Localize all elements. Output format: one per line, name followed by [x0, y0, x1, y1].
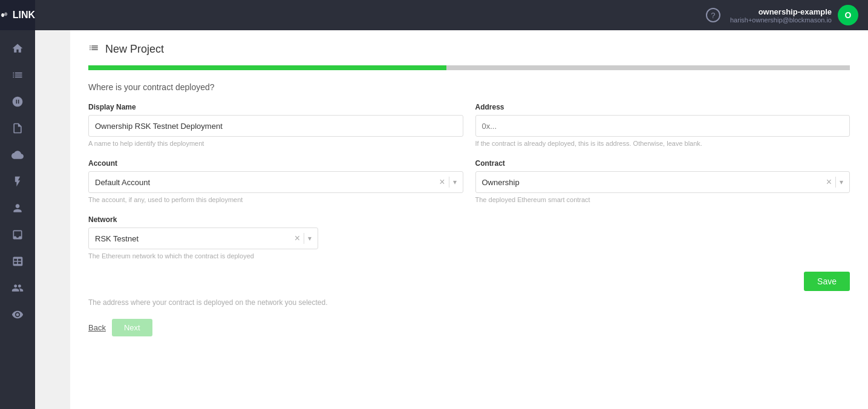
account-dropdown-icon[interactable]: ▾: [453, 178, 457, 186]
next-button[interactable]: Next: [112, 319, 152, 336]
progress-bar: [88, 65, 850, 70]
username: ownership-example: [730, 7, 832, 16]
address-group: Address If the contract is already deplo…: [475, 103, 850, 147]
avatar: O: [838, 5, 858, 25]
display-name-input[interactable]: [88, 115, 463, 137]
display-name-group: Display Name A name to help identify thi…: [88, 103, 463, 147]
sidebar-item-list[interactable]: [0, 62, 35, 88]
account-hint: The account, if any, used to perform thi…: [88, 196, 463, 203]
main-content: New Project Where is your contract deplo…: [70, 30, 868, 409]
contract-hint: The deployed Ethereum smart contract: [475, 196, 850, 203]
help-button[interactable]: ?: [706, 8, 720, 22]
sidebar-nav: [0, 30, 35, 409]
address-input[interactable]: [475, 115, 850, 137]
bottom-hint: The address where your contract is deplo…: [88, 298, 850, 307]
sidebar-item-lightning[interactable]: [0, 168, 35, 195]
topbar: ? ownership-example harish+ownership@blo…: [35, 0, 868, 30]
user-email: harish+ownership@blockmason.io: [730, 16, 832, 24]
page-header: New Project: [88, 42, 850, 56]
contract-select[interactable]: Ownership × ▾: [475, 171, 850, 193]
network-value: RSK Testnet: [95, 234, 295, 243]
page-title: New Project: [105, 43, 164, 56]
contract-select-divider: [835, 177, 836, 188]
progress-fill: [88, 65, 446, 70]
app-name: LINK: [13, 10, 35, 21]
network-label: Network: [88, 215, 318, 224]
new-project-icon: [88, 42, 99, 56]
account-select[interactable]: Default Account × ▾: [88, 171, 463, 193]
sidebar-item-group[interactable]: [0, 275, 35, 301]
network-hint: The Ethereum network to which the contra…: [88, 252, 318, 260]
account-value: Default Account: [95, 178, 439, 187]
account-group: Account Default Account × ▾ The account,…: [88, 159, 463, 203]
network-select-divider: [304, 233, 304, 244]
network-dropdown-icon[interactable]: ▾: [308, 234, 312, 243]
contract-clear-icon[interactable]: ×: [826, 177, 832, 187]
sidebar-item-cloud[interactable]: [0, 142, 35, 168]
sidebar-item-person[interactable]: [0, 195, 35, 221]
sidebar-item-inbox[interactable]: [0, 221, 35, 248]
app-logo[interactable]: LINK: [0, 0, 35, 30]
sidebar-item-rocket[interactable]: [0, 88, 35, 115]
address-hint: If the contract is already deployed, thi…: [475, 140, 850, 147]
sidebar-item-eye[interactable]: [0, 301, 35, 328]
contract-group: Contract Ownership × ▾ The deployed Ethe…: [475, 159, 850, 203]
sidebar-item-table[interactable]: [0, 248, 35, 275]
sidebar-item-home[interactable]: [0, 35, 35, 62]
user-menu[interactable]: ownership-example harish+ownership@block…: [730, 5, 858, 25]
account-label: Account: [88, 159, 463, 168]
save-button[interactable]: Save: [804, 272, 850, 291]
nav-row: Back Next: [88, 319, 850, 336]
sidebar: LINK: [0, 0, 35, 409]
display-name-label: Display Name: [88, 103, 463, 111]
form-row-1: Display Name A name to help identify thi…: [88, 103, 850, 147]
form-row-2: Account Default Account × ▾ The account,…: [88, 159, 850, 203]
save-btn-row: Save: [88, 272, 850, 291]
display-name-hint: A name to help identify this deployment: [88, 140, 463, 147]
account-clear-icon[interactable]: ×: [439, 177, 445, 187]
back-button[interactable]: Back: [88, 323, 106, 332]
contract-dropdown-icon[interactable]: ▾: [840, 178, 843, 186]
form-row-3: Network RSK Testnet × ▾ The Ethereum net…: [88, 215, 850, 260]
select-divider: [449, 177, 449, 188]
address-label: Address: [475, 103, 850, 111]
sidebar-item-document[interactable]: [0, 115, 35, 142]
network-clear-icon[interactable]: ×: [295, 234, 300, 243]
network-group: Network RSK Testnet × ▾ The Ethereum net…: [88, 215, 318, 260]
section-question: Where is your contract deployed?: [88, 82, 850, 92]
contract-label: Contract: [475, 159, 850, 168]
contract-value: Ownership: [482, 178, 826, 187]
network-select[interactable]: RSK Testnet × ▾: [88, 227, 318, 249]
